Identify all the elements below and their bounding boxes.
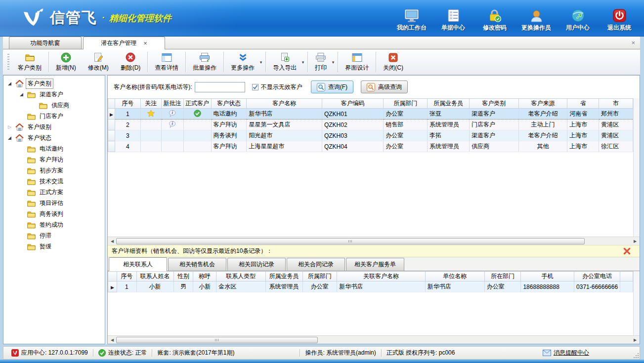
tree-item-preliminary-plan[interactable]: 初步方案	[3, 165, 105, 176]
column-header[interactable]: 所在部门	[484, 272, 521, 282]
toolbar-more-operations-button[interactable]: 更多操作▾	[225, 49, 264, 75]
toolbar-edit-button[interactable]: 修改(M)	[82, 49, 115, 75]
column-header[interactable]: 关注	[140, 99, 161, 109]
scroll-right-icon[interactable]: ▶	[631, 239, 639, 243]
column-header[interactable]: 新批注	[161, 99, 183, 109]
tree-item-suspended[interactable]: 暂缓	[3, 241, 105, 252]
folder-icon	[27, 167, 36, 174]
tree-item-store-customers[interactable]: 门店客户	[3, 111, 105, 121]
header-action-exit-system[interactable]: 退出系统	[599, 4, 640, 32]
header-action-change-password[interactable]: 修改密码	[474, 4, 515, 32]
tree-expander-icon[interactable]: ◢	[18, 92, 25, 97]
scroll-right-icon[interactable]: ▶	[631, 338, 639, 342]
advanced-query-button[interactable]: 高级查询	[361, 81, 408, 93]
tabstrip-close-icon[interactable]: ×	[631, 39, 635, 46]
column-header[interactable]: 单位名称	[425, 272, 484, 282]
header-action-user-center[interactable]: 用户中心	[557, 4, 599, 32]
tab-function-nav[interactable]: 功能导航窗	[9, 37, 82, 49]
column-header[interactable]: 联系人姓名	[136, 272, 173, 282]
column-header[interactable]: 市	[599, 99, 633, 109]
tree-expander-icon[interactable]: ◢	[6, 135, 13, 140]
tab-close-icon[interactable]: ×	[143, 40, 147, 46]
toolbar-batch-operations-button[interactable]: 批量操作	[187, 49, 222, 75]
tree-expander-icon[interactable]: ▷	[6, 124, 13, 129]
contacts-grid-hscrollbar[interactable]: ◀ ▶	[108, 335, 640, 344]
column-header[interactable]: 所属业务员	[428, 99, 470, 109]
contact-row[interactable]: ▶1小新男小新金水区系统管理员办公室新华书店新华书店办公室18688888888…	[108, 282, 633, 292]
column-header[interactable]: 客户状态	[211, 99, 247, 109]
tree-item-suppliers[interactable]: 供应商	[3, 100, 105, 111]
column-header[interactable]: 客户名称	[247, 99, 322, 109]
column-header[interactable]: 所属业务员	[265, 272, 302, 282]
brand-logo-icon	[22, 8, 45, 29]
dropdown-arrow-icon[interactable]: ▾	[260, 60, 262, 65]
customer-row[interactable]: 2i客户拜访星星第一文具店QZKH02销售部系统管理员门店客户主动上门上海市黄浦…	[108, 120, 633, 130]
tree-item-customer-status[interactable]: ◢客户状态	[3, 132, 105, 143]
customer-grid-hscrollbar[interactable]: ◀ ▶	[108, 237, 640, 245]
column-header[interactable]: 客户类别	[469, 99, 518, 109]
toolbar-separator	[376, 52, 376, 72]
column-header[interactable]: 正式客户	[183, 99, 211, 109]
header-action-my-workbench[interactable]: 我的工作台	[391, 4, 432, 32]
status-message-center[interactable]: 消息提醒中心	[538, 349, 594, 357]
column-header[interactable]: 手机	[521, 272, 574, 282]
detail-tab-contacts[interactable]: 相关联系人	[109, 257, 167, 271]
tree-item-customer-category[interactable]: ◢客户类别	[3, 78, 105, 89]
toolbar-add-button[interactable]: 新增(N)	[50, 49, 82, 75]
detail-tab-visit-records[interactable]: 相关回访记录	[227, 258, 286, 271]
toolbar-ui-design-button[interactable]: 界面设计	[339, 49, 375, 75]
detail-close-icon[interactable]	[623, 247, 631, 255]
customer-row[interactable]: 4客户拜访上海星星超市QZKH04办公室系统管理员供应商其他上海市徐汇区	[108, 141, 633, 152]
tree-item-business-negotiation[interactable]: 商务谈判	[3, 208, 105, 219]
dropdown-arrow-icon[interactable]: ▾	[302, 60, 304, 65]
column-header[interactable]: 所属部门	[302, 272, 337, 282]
tree-item-formal-plan[interactable]: 正式方案	[3, 187, 105, 198]
toolbar-import-export-button[interactable]: 导入导出▾	[267, 49, 306, 75]
column-header[interactable]: 关联客户名称	[337, 272, 425, 282]
dropdown-arrow-icon[interactable]: ▾	[332, 60, 335, 65]
header-action-document-center[interactable]: 单据中心	[432, 4, 474, 32]
scroll-left-icon[interactable]: ◀	[108, 338, 116, 342]
tree-item-technical-exchange[interactable]: 技术交流	[3, 176, 105, 187]
column-header[interactable]: 客户来源	[518, 99, 567, 109]
column-header[interactable]: 联系人类型	[216, 272, 265, 282]
customer-row[interactable]: ▶1i电话邀约新华书店QZKH01办公室张亚渠道客户老客户介绍河南省郑州市	[108, 109, 633, 120]
column-header[interactable]: 办公室电话	[574, 272, 620, 282]
scroll-left-icon[interactable]: ◀	[108, 239, 116, 243]
detail-tab-sales-opportunities[interactable]: 相关销售机会	[168, 258, 226, 271]
toolbar-delete-button[interactable]: 删除(D)	[115, 49, 147, 75]
detail-tab-service-orders[interactable]: 相关客户服务单	[346, 258, 404, 271]
resize-grip[interactable]	[633, 353, 639, 358]
column-header[interactable]: 性别	[173, 272, 193, 282]
column-header[interactable]: 序号	[115, 99, 140, 109]
scroll-thumb[interactable]	[116, 238, 585, 244]
column-header[interactable]: 省	[567, 99, 599, 109]
contacts-vertical-scrollbar[interactable]	[633, 271, 640, 335]
tab-potential-customers[interactable]: 潜在客户管理×	[83, 37, 165, 49]
detail-tab-contract-records[interactable]: 相关合同记录	[287, 258, 345, 271]
tree-item-customer-level[interactable]: ▷客户级别	[3, 121, 105, 132]
customer-row[interactable]: 3商务谈判阳光超市QZKH03办公室李拓渠道客户老客户介绍上海市黄浦区	[108, 130, 633, 141]
hide-invalid-checkbox[interactable]: 不显示无效客户	[252, 83, 302, 91]
tree-expander-icon[interactable]: ◢	[6, 81, 13, 86]
query-button[interactable]: 查询(F)	[311, 81, 353, 93]
column-header[interactable]: 客户编码	[322, 99, 383, 109]
tree-item-project-evaluation[interactable]: 项目评估	[3, 198, 105, 208]
scroll-thumb[interactable]	[116, 337, 318, 343]
header-action-switch-operator[interactable]: 更换操作员	[515, 4, 557, 32]
toolbar-view-details-button[interactable]: 查看详情	[149, 49, 184, 75]
column-header[interactable]: 称呼	[193, 272, 216, 282]
column-header[interactable]: 所属部门	[384, 99, 428, 109]
customer-name-input[interactable]	[195, 82, 245, 92]
toolbar-print-button[interactable]: 打印▾	[309, 49, 337, 75]
checkbox-check-icon[interactable]	[252, 84, 258, 90]
toolbar-customer-category-button[interactable]: 客户类别	[12, 49, 47, 75]
tree-item-channel-customers[interactable]: ◢渠道客户	[3, 89, 105, 100]
vertical-scrollbar[interactable]	[633, 98, 640, 237]
tree-item-phone-invitation[interactable]: 电话邀约	[3, 143, 105, 154]
toolbar-close-button[interactable]: 关闭(C)	[377, 49, 409, 75]
tree-item-stalled[interactable]: 停滞	[3, 230, 105, 241]
tree-item-contract-signed[interactable]: 签约成功	[3, 219, 105, 230]
tree-item-customer-visit[interactable]: 客户拜访	[3, 154, 105, 165]
column-header[interactable]: 序号	[117, 272, 136, 282]
